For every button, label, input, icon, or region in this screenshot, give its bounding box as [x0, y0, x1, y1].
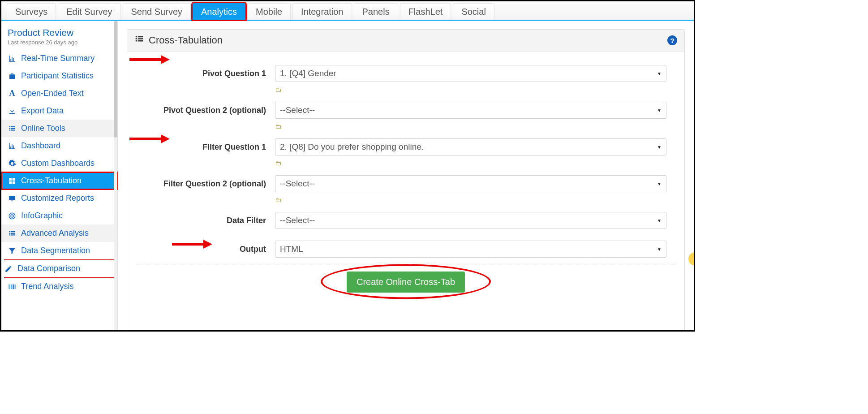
sidebar-item-label: Advanced Analysis [21, 229, 89, 238]
panel-title: Cross-Tabulation [149, 34, 223, 46]
sidebar-item-label: Participant Statistics [21, 71, 94, 81]
button-label: Create Online Cross-Tab [357, 277, 455, 287]
folder-icon[interactable]: 🗀 [275, 123, 281, 130]
data-filter-label: Data Filter [145, 216, 266, 225]
tab-integration[interactable]: Integration [292, 3, 352, 20]
tab-label: Mobile [256, 7, 282, 17]
tab-label: Analytics [201, 7, 237, 17]
filter-question-2-select[interactable]: --Select-- ▼ [275, 175, 666, 192]
tab-panels[interactable]: Panels [354, 3, 398, 20]
download-icon [8, 107, 17, 115]
svg-point-2 [12, 215, 13, 216]
pivot-question-2-select[interactable]: --Select-- ▼ [275, 102, 666, 119]
panel-header: Cross-Tabulation ? [127, 30, 684, 52]
sidebar-item-trend-analysis[interactable]: Trend Analysis [1, 278, 117, 295]
scrollbar-thumb[interactable] [114, 21, 117, 138]
tab-flashlet[interactable]: FlashLet [400, 3, 451, 20]
sidebar-item-data-segmentation[interactable]: Data Segmentation [1, 242, 117, 259]
folder-icon[interactable]: 🗀 [275, 86, 281, 93]
help-icon: ? [670, 37, 674, 44]
tab-label: Surveys [15, 7, 47, 17]
gear-icon [8, 160, 17, 168]
pivot-question-1-select[interactable]: 1. [Q4] Gender ▼ [275, 65, 666, 82]
sidebar-item-label: Customized Reports [21, 194, 94, 203]
sidebar-item-open-ended[interactable]: A Open-Ended Text [1, 85, 117, 102]
select-value: --Select-- [280, 179, 315, 189]
sidebar-item-label: Online Tools [21, 124, 65, 133]
filter-question-1-select[interactable]: 2. [Q8] Do you prefer shopping online. ▼ [275, 138, 666, 155]
sidebar-item-label: Real-Time Summary [21, 54, 95, 63]
scrollbar-track[interactable] [114, 21, 117, 330]
sidebar-item-export-data[interactable]: Export Data [1, 102, 117, 120]
tab-surveys[interactable]: Surveys [7, 3, 56, 20]
output-select[interactable]: HTML ▼ [275, 241, 666, 258]
pivot-question-2-label: Pivot Question 2 (optional) [145, 106, 266, 115]
survey-title[interactable]: Product Review [8, 27, 111, 38]
caret-down-icon: ▼ [657, 71, 662, 76]
tab-send-survey[interactable]: Send Survey [123, 3, 191, 20]
sidebar-item-label: Open-Ended Text [21, 89, 84, 98]
tab-label: Send Survey [131, 7, 183, 17]
survey-title-block: Product Review Last response 26 days ago [1, 21, 117, 47]
sidebar-group-advanced-analysis[interactable]: Advanced Analysis [1, 224, 117, 242]
sidebar-group-online-tools[interactable]: Online Tools [1, 120, 117, 137]
monitor-icon [8, 194, 17, 203]
divider [136, 264, 675, 264]
main-content: Cross-Tabulation ? Pivot Question 1 1. [… [118, 21, 694, 330]
tab-edit-survey[interactable]: Edit Survey [58, 3, 120, 20]
tab-social[interactable]: Social [453, 3, 494, 20]
tab-mobile[interactable]: Mobile [247, 3, 291, 20]
filter-icon [8, 247, 17, 255]
list-icon [134, 34, 144, 47]
sidebar-item-label: Data Comparison [17, 264, 80, 273]
caret-down-icon: ▼ [657, 218, 662, 223]
folder-icon[interactable]: 🗀 [275, 196, 281, 203]
select-value: --Select-- [280, 216, 315, 225]
tab-label: FlashLet [408, 7, 443, 17]
caret-down-icon: ▼ [657, 145, 662, 150]
sidebar-item-dashboard[interactable]: Dashboard [1, 137, 117, 155]
font-icon: A [8, 89, 17, 98]
annotation-arrow-icon [129, 55, 174, 64]
top-nav: Surveys Edit Survey Send Survey Analytic… [1, 1, 694, 21]
caret-down-icon: ▼ [657, 247, 662, 252]
sidebar-item-label: Trend Analysis [21, 282, 73, 291]
sidebar-item-infographic[interactable]: InfoGraphic [1, 207, 117, 224]
sidebar-item-data-comparison[interactable]: Data Comparison [1, 260, 117, 277]
sidebar-item-label: Dashboard [21, 141, 60, 151]
last-response-text: Last response 26 days ago [8, 39, 77, 46]
sidebar-item-participant-stats[interactable]: Participant Statistics [1, 67, 117, 85]
data-filter-select[interactable]: --Select-- ▼ [275, 212, 666, 229]
output-label: Output [145, 245, 266, 254]
sidebar-item-label: InfoGraphic [21, 211, 63, 220]
barcode-icon [8, 283, 17, 291]
tab-label: Edit Survey [66, 7, 112, 17]
folder-icon[interactable]: 🗀 [275, 160, 281, 167]
sidebar-item-custom-dashboards[interactable]: Custom Dashboards [1, 155, 117, 172]
sidebar-item-label: Cross-Tabulation [21, 176, 82, 185]
sidebar-item-label: Export Data [21, 106, 64, 116]
tab-label: Social [461, 7, 486, 17]
edit-icon [4, 265, 13, 273]
bar-chart-icon [8, 142, 17, 150]
sidebar-item-realtime-summary[interactable]: Real-Time Summary [1, 50, 117, 67]
sidebar-item-label: Custom Dashboards [21, 159, 95, 168]
help-button[interactable]: ? [667, 35, 677, 45]
decoration-dot [688, 252, 694, 266]
caret-down-icon: ▼ [657, 108, 662, 113]
select-value: --Select-- [280, 105, 315, 115]
create-cross-tab-button[interactable]: Create Online Cross-Tab [347, 272, 465, 293]
list-icon [8, 125, 17, 133]
filter-question-2-label: Filter Question 2 (optional) [145, 179, 266, 189]
target-icon [8, 212, 17, 220]
cross-tabulation-panel: Cross-Tabulation ? Pivot Question 1 1. [… [127, 29, 685, 330]
caret-down-icon: ▼ [657, 181, 662, 186]
briefcase-icon [8, 72, 17, 80]
sidebar: Product Review Last response 26 days ago… [1, 21, 118, 330]
pivot-question-1-label: Pivot Question 1 [145, 69, 266, 78]
sidebar-item-label: Data Segmentation [21, 246, 90, 255]
sidebar-item-customized-reports[interactable]: Customized Reports [1, 190, 117, 207]
tab-analytics[interactable]: Analytics [193, 3, 245, 20]
list-icon [8, 229, 17, 237]
sidebar-item-cross-tabulation[interactable]: Cross-Tabulation [1, 172, 117, 190]
